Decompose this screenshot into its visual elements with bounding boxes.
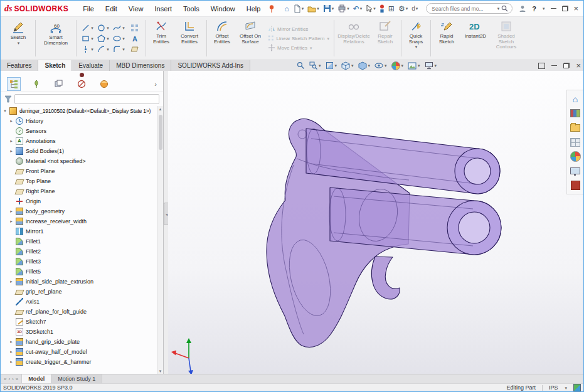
rapid-sketch-button[interactable]: Rapid Sketch — [433, 18, 460, 59]
print-icon[interactable]: ▾ — [336, 3, 351, 15]
menu-view[interactable]: View — [123, 5, 149, 13]
model-bore-upper[interactable] — [464, 158, 491, 184]
configurationmanager-tab-icon[interactable] — [52, 77, 66, 91]
doc-minimize-icon[interactable] — [551, 65, 557, 66]
sketch-button[interactable]: Sketch ▾ — [3, 18, 33, 59]
settings-gear-icon[interactable]: ⚙▾ — [396, 3, 410, 15]
appearances-icon[interactable] — [570, 151, 581, 162]
tab-motion-study-1[interactable]: Motion Study 1 — [51, 374, 102, 383]
tree-item-axis1[interactable]: Axis1 — [1, 297, 157, 307]
tree-item-3dsketch1[interactable]: 3DSketch1 — [1, 327, 157, 337]
display-style-icon[interactable]: ▾ — [357, 61, 372, 70]
save-icon[interactable]: ▾ — [321, 3, 336, 15]
linear-sketch-pattern-button[interactable]: Linear Sketch Pattern ▾ — [268, 34, 329, 42]
circle-tool-icon[interactable]: ▾ — [95, 23, 111, 33]
expand-arrow-icon[interactable]: ▸ — [8, 219, 14, 224]
sketch-fillet-tool-icon[interactable]: ▾ — [111, 44, 127, 55]
panel-splitter-grip[interactable] — [80, 73, 84, 77]
scrollbar-thumb[interactable] — [159, 115, 162, 150]
hide-show-items-icon[interactable]: ▾ — [373, 62, 388, 69]
tree-item-sketch7[interactable]: Sketch7 — [1, 317, 157, 327]
close-icon[interactable]: × — [574, 4, 579, 13]
featuremanager-tab-icon[interactable] — [7, 77, 21, 91]
point-tool-icon[interactable]: ▾ — [80, 44, 95, 55]
scroll-up-icon[interactable]: ▴ — [159, 106, 162, 112]
home-resources-icon[interactable]: ⌂ — [570, 93, 581, 104]
tab-features[interactable]: Features — [1, 60, 38, 71]
tree-item-sensors[interactable]: Sensors — [1, 126, 157, 136]
tree-item-history[interactable]: ▸History — [1, 116, 157, 126]
home-icon[interactable]: ⌂ — [282, 3, 290, 15]
tab-sketch[interactable]: Sketch — [38, 60, 72, 71]
model-trigger[interactable] — [371, 257, 400, 299]
smart-dimension-button[interactable]: 60 Smart Dimension — [38, 18, 74, 59]
menu-file[interactable]: File — [77, 5, 100, 13]
undo-icon[interactable]: ↶▾ — [351, 3, 364, 15]
tree-item-initial-side-plate-extrusion[interactable]: ▸initial_side_plate_extrusion — [1, 277, 157, 287]
repair-sketch-button[interactable]: Repair Sketch — [371, 18, 399, 59]
search-icon[interactable] — [501, 5, 508, 12]
tab-solidworks-addins[interactable]: SOLIDWORKS Add-Ins — [171, 60, 250, 71]
panel-expand-chevron-icon[interactable]: › — [154, 80, 157, 88]
display-delete-relations-button[interactable]: Display/Delete Relations — [336, 18, 371, 59]
tab-evaluate[interactable]: Evaluate — [72, 60, 110, 71]
view-settings-icon[interactable]: ▾ — [423, 61, 438, 70]
tree-item-fillet3[interactable]: Fillet3 — [1, 257, 157, 267]
quick-snaps-caret-icon[interactable]: ▾ — [415, 45, 418, 49]
propertymanager-tab-icon[interactable] — [29, 77, 43, 91]
sketch-pattern-icon[interactable] — [127, 23, 142, 33]
apply-scene-icon[interactable]: ▾ — [406, 62, 422, 70]
dimxpertmanager-tab-icon[interactable] — [75, 77, 88, 91]
expand-arrow-icon[interactable]: ▸ — [8, 149, 14, 154]
user-icon[interactable] — [519, 5, 526, 13]
expand-arrow-icon[interactable]: ▸ — [8, 279, 14, 284]
rectangle-tool-icon[interactable]: ▾ — [80, 33, 95, 44]
arc-tool-icon[interactable]: ▾ — [95, 44, 111, 55]
open-icon[interactable]: ▾ — [305, 3, 321, 15]
tree-item-body-geometry[interactable]: ▸body_geometry — [1, 206, 157, 216]
tree-item-create-trigger-hammer[interactable]: ▸create_trigger_&_hammer — [1, 357, 157, 367]
scene-icon[interactable] — [570, 166, 581, 176]
tree-item-top-plane[interactable]: Top Plane — [1, 176, 157, 186]
shaded-sketch-contours-button[interactable]: Shaded Sketch Contours — [491, 18, 522, 59]
displaymanager-tab-icon[interactable] — [97, 77, 111, 91]
convert-entities-button[interactable]: Convert Entities — [174, 18, 204, 59]
tree-item-annotations[interactable]: ▸Annotations — [1, 136, 157, 146]
tree-scrollbar[interactable]: ▴ ▾ — [157, 106, 163, 374]
line-tool-icon[interactable]: ▾ — [80, 23, 95, 33]
text-tool-icon[interactable]: A — [127, 33, 142, 44]
quick-snaps-button[interactable]: Quick Snaps ▾ — [403, 18, 428, 59]
zoom-to-fit-icon[interactable] — [295, 61, 306, 70]
tab-mbd-dimensions[interactable]: MBD Dimensions — [110, 60, 171, 71]
select-cursor-icon[interactable]: ▾ — [364, 3, 378, 15]
menu-tools[interactable]: Tools — [178, 5, 205, 13]
expand-arrow-icon[interactable]: ▾ — [2, 109, 8, 114]
tree-item-material[interactable]: Material <not specified> — [1, 156, 157, 166]
tab-scroll-last-icon[interactable]: » — [16, 376, 18, 382]
tree-item-right-plane[interactable]: Right Plane — [1, 186, 157, 196]
view-palette-icon[interactable] — [570, 137, 581, 147]
expand-arrow-icon[interactable]: ▸ — [8, 139, 14, 144]
section-view-icon[interactable]: ▾ — [324, 61, 339, 70]
forum-icon[interactable] — [570, 180, 581, 191]
tree-item-front-plane[interactable]: Front Plane — [1, 166, 157, 176]
menu-edit[interactable]: Edit — [100, 5, 123, 13]
sketch-caret-icon[interactable]: ▾ — [18, 41, 20, 45]
units-caret-icon[interactable]: ▾ — [565, 386, 567, 390]
options-grid-icon[interactable]: ⊞ — [386, 3, 396, 15]
expand-arrow-icon[interactable]: ▸ — [8, 349, 14, 354]
menu-insert[interactable]: Insert — [149, 5, 178, 13]
new-document-icon[interactable]: ▾ — [291, 3, 306, 15]
trim-entities-button[interactable]: Trim Entities — [148, 18, 174, 59]
menu-window[interactable]: Window — [205, 5, 241, 13]
tree-item-mirror1[interactable]: Mirror1 — [1, 226, 157, 236]
tree-filter-input[interactable] — [14, 94, 159, 104]
zoom-to-area-icon[interactable]: ▾ — [308, 61, 322, 70]
view-orientation-icon[interactable]: ▾ — [340, 61, 355, 70]
tree-item-fillet2[interactable]: Fillet2 — [1, 246, 157, 257]
help-icon[interactable]: ? — [532, 5, 536, 13]
edit-appearance-icon[interactable]: ▾ — [390, 61, 405, 70]
expand-arrow-icon[interactable]: ▸ — [8, 359, 14, 364]
tree-item-grip-ref-plane[interactable]: grip_ref_plane — [1, 287, 157, 297]
tab-model[interactable]: Model — [22, 374, 51, 383]
